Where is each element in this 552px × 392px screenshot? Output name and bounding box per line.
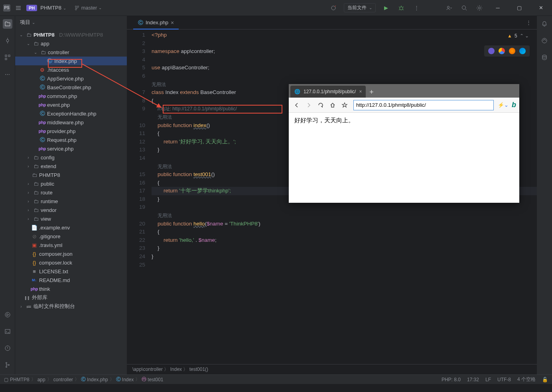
annotation-arrow (82, 64, 166, 112)
tree-external-libs[interactable]: ⫿⫿外部库 (15, 293, 127, 302)
tree-think[interactable]: phpthink (15, 284, 127, 293)
tree-controller[interactable]: ⌄🗀controller (15, 48, 127, 57)
tree-example-env[interactable]: 📄.example.env (15, 223, 127, 232)
browser-forward-button[interactable] (304, 100, 313, 110)
tree-route[interactable]: ›🗀route (15, 188, 127, 197)
status-position[interactable]: 17:32 (467, 377, 479, 382)
more-actions-icon[interactable]: ⋮ (412, 3, 421, 13)
lock-icon[interactable]: 🔓 (542, 377, 548, 382)
close-button[interactable]: ✕ (533, 2, 549, 14)
debug-button[interactable] (396, 3, 406, 13)
status-indent[interactable]: 4 个空格 (517, 376, 536, 383)
tree-provider[interactable]: phpprovider.php (15, 127, 127, 135)
settings-icon[interactable] (475, 3, 484, 13)
tree-composer-lock[interactable]: {}composer.lock (15, 258, 127, 267)
tree-scratches[interactable]: ›≔临时文件和控制台 (15, 302, 127, 311)
titlebar-left: PS PH PHMTP8 ⌄ master ⌄ (3, 3, 102, 13)
maximize-button[interactable]: ▢ (511, 2, 527, 14)
structure-tool-icon[interactable] (3, 53, 12, 62)
browser-tab-close-icon[interactable]: × (359, 89, 362, 94)
svg-point-12 (6, 363, 7, 364)
tree-public[interactable]: ›🗀public (15, 179, 127, 188)
svg-point-14 (8, 365, 9, 366)
run-button[interactable]: ▶ (381, 3, 391, 13)
tree-extend[interactable]: ›🗀extend (15, 162, 127, 171)
problems-tool-icon[interactable] (3, 343, 12, 353)
browser-refresh-button[interactable] (316, 100, 325, 110)
browser-preview-icons (484, 45, 530, 57)
commit-tool-icon[interactable] (3, 36, 12, 45)
database-icon[interactable] (540, 53, 549, 62)
tree-view[interactable]: ›🗀view (15, 214, 127, 223)
tree-vendor[interactable]: ›🗀vendor (15, 206, 127, 214)
tree-middleware[interactable]: phpmiddleware.php (15, 118, 127, 127)
tab-more-icon[interactable]: ⋮ (526, 20, 537, 25)
svg-point-2 (448, 6, 449, 8)
search-icon[interactable] (459, 3, 469, 13)
navbar-breadcrumb[interactable]: ▢ PHMTP8〉 app〉 controller〉 ⒸIndex.php〉 Ⓒ… (4, 376, 164, 383)
tree-service[interactable]: phpservice.php (15, 144, 127, 153)
hamburger-menu-icon[interactable] (14, 3, 23, 13)
browser-home-button[interactable] (328, 100, 337, 110)
editor-breadcrumb[interactable]: \app\controller 〉 Index 〉 test001() (127, 364, 537, 374)
titlebar-right: 当前文件 ⌄ ▶ ⋮ ─ ▢ ✕ (329, 2, 549, 14)
tree-request[interactable]: ⒸRequest.php (15, 135, 127, 144)
tree-runtime[interactable]: ›🗀runtime (15, 197, 127, 206)
browser-back-button[interactable] (292, 100, 302, 110)
tree-license[interactable]: ≡LICENSE.txt (15, 267, 127, 276)
titlebar: PS PH PHMTP8 ⌄ master ⌄ 当前文件 ⌄ ▶ ⋮ ─ (0, 0, 552, 16)
tree-config[interactable]: ›🗀config (15, 153, 127, 162)
ai-assistant-icon[interactable] (540, 36, 549, 45)
tree-phmtp8-folder[interactable]: 🗀PHMTP8 (15, 171, 127, 179)
code-with-me-icon[interactable] (444, 3, 454, 13)
svg-point-4 (479, 7, 481, 9)
terminal-tool-icon[interactable] (3, 327, 12, 336)
left-tool-rail: ⋯ (0, 16, 15, 374)
run-config-selector[interactable]: 当前文件 ⌄ (344, 3, 376, 12)
notifications-icon[interactable] (540, 19, 549, 29)
inspection-widget[interactable]: ▲5 ⌃ ⌄ (507, 32, 529, 40)
tree-readme[interactable]: M↓README.md (15, 276, 127, 284)
phpstorm-icon[interactable] (488, 48, 495, 54)
tab-index-php[interactable]: ⒸIndex.php× (133, 16, 179, 29)
tree-travis[interactable]: ▣.travis.yml (15, 241, 127, 249)
status-line-ending[interactable]: LF (485, 377, 491, 382)
browser-url-bar[interactable] (353, 100, 494, 110)
tree-root[interactable]: ⌄🗀 PHMTP8 D:\WWW\PHMTP8 (15, 30, 127, 39)
status-php-ver[interactable]: PHP: 8.0 (442, 377, 461, 382)
firefox-icon[interactable] (509, 48, 515, 54)
browser-tabs: 🌐 127.0.0.1/phmtp8/public/ × + (289, 84, 519, 98)
git-tool-icon[interactable] (3, 360, 12, 370)
project-tool-icon[interactable] (3, 19, 12, 29)
project-panel-header[interactable]: 项目 ⌄ (15, 16, 127, 29)
bug-red-icon[interactable] (329, 3, 338, 13)
tree-gitignore[interactable]: ⊘.gitignore (15, 232, 127, 241)
chrome-icon[interactable] (499, 48, 505, 54)
run-tool-icon[interactable] (3, 310, 12, 319)
editor-tabs: ⒸIndex.php× ⋮ (127, 16, 537, 29)
tab-close-icon[interactable]: × (171, 20, 174, 26)
browser-toolbar: ⚡⌄ b (289, 98, 519, 113)
edge-icon[interactable] (519, 48, 526, 54)
tree-composer-json[interactable]: {}composer.json (15, 249, 127, 258)
status-bar: ▢ PHMTP8〉 app〉 controller〉 ⒸIndex.php〉 Ⓒ… (0, 374, 552, 384)
browser-new-tab-button[interactable]: + (366, 86, 377, 98)
browser-tab[interactable]: 🌐 127.0.0.1/phmtp8/public/ × (290, 86, 366, 98)
status-encoding[interactable]: UTF-8 (497, 377, 511, 382)
browser-search-engine-icon[interactable]: b (512, 101, 516, 109)
right-tool-rail (537, 16, 552, 374)
more-tool-icon[interactable]: ⋯ (3, 69, 12, 79)
branch-selector[interactable]: master ⌄ (74, 5, 102, 11)
svg-point-13 (6, 367, 7, 368)
browser-url-input[interactable] (353, 100, 494, 110)
minimize-button[interactable]: ─ (490, 2, 506, 14)
project-selector[interactable]: PHMTP8 ⌄ (40, 5, 66, 11)
svg-rect-7 (8, 55, 10, 57)
svg-point-9 (5, 312, 10, 317)
svg-point-15 (542, 55, 546, 57)
svg-point-3 (462, 6, 466, 9)
tree-app[interactable]: ⌄🗀app (15, 39, 127, 48)
svg-rect-8 (5, 58, 7, 60)
browser-bookmark-button[interactable] (340, 100, 349, 110)
browser-action-icon[interactable]: ⚡⌄ (498, 102, 509, 108)
